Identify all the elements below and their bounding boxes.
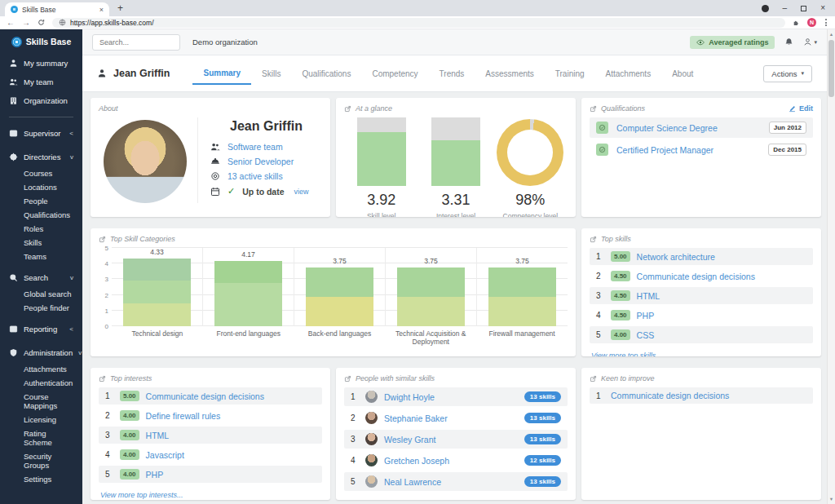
interest-link[interactable]: HTML xyxy=(146,431,170,440)
page-scrollbar[interactable]: ▲ ▼ xyxy=(827,29,835,504)
scroll-up-icon[interactable]: ▲ xyxy=(828,32,835,37)
skill-link[interactable]: PHP xyxy=(637,311,655,321)
card-title: Qualifications Edit xyxy=(590,104,813,113)
qualification-row: Computer Science Degree Jun 2012 xyxy=(590,117,813,138)
profile-tab[interactable]: Skills xyxy=(251,64,291,84)
sidebar-item[interactable]: Organization xyxy=(0,91,82,110)
keen-link[interactable]: Communicate design decisions xyxy=(611,391,729,400)
sidebar-subitem[interactable]: Global search xyxy=(0,287,82,301)
person-link[interactable]: Dwight Hoyle xyxy=(384,392,435,402)
sidebar-subitem[interactable]: Qualifications xyxy=(0,208,82,222)
notifications-bell-icon[interactable] xyxy=(784,38,793,46)
skill-link[interactable]: Network architecture xyxy=(637,252,715,262)
keen-to-improve-card: Keen to improve 1 Communicate design dec… xyxy=(581,368,821,500)
sidebar-subitem[interactable]: Skills xyxy=(0,236,82,250)
sidebar-item[interactable]: My summary xyxy=(0,54,82,73)
card-link-icon xyxy=(590,236,597,243)
interest-link[interactable]: PHP xyxy=(146,470,164,480)
sidebar-subitem[interactable]: Teams xyxy=(0,250,82,263)
sidebar-subitem[interactable]: Course Mappings xyxy=(0,390,82,413)
window-controls: – × xyxy=(762,4,835,12)
sidebar-subitem[interactable]: Courses xyxy=(0,166,82,180)
skill-link[interactable]: HTML xyxy=(637,291,660,301)
scrollbar-thumb[interactable] xyxy=(828,40,834,97)
organization-label: Demo organization xyxy=(192,38,258,46)
person-link[interactable]: Gretchen Joseph xyxy=(384,456,449,466)
team-link[interactable]: Software team xyxy=(228,142,283,152)
new-tab-button[interactable]: + xyxy=(117,2,123,14)
interest-link[interactable]: Define firewall rules xyxy=(146,411,221,421)
profile-tab[interactable]: Attachments xyxy=(595,64,662,84)
profile-tab[interactable]: Assessments xyxy=(475,64,544,84)
skill-link[interactable]: CSS xyxy=(637,330,655,340)
restore-button[interactable] xyxy=(801,6,806,11)
browser-toolbar: ← → https://app.skills-base.com/ N xyxy=(0,16,835,29)
active-skills-link[interactable]: 13 active skills xyxy=(228,171,283,181)
interest-link[interactable]: Communicate design decisions xyxy=(146,391,264,401)
tab-close-icon[interactable]: × xyxy=(99,6,104,14)
profile-tab[interactable]: Trends xyxy=(429,64,475,84)
interest-link[interactable]: Javascript xyxy=(146,450,184,460)
actions-button[interactable]: Actions ▾ xyxy=(763,65,812,82)
profile-tab[interactable]: About xyxy=(661,64,704,84)
brand-name: Skills Base xyxy=(26,37,71,46)
sidebar-section-header[interactable]: Directories v xyxy=(0,148,82,166)
minimize-button[interactable]: – xyxy=(783,4,788,12)
refresh-icon[interactable] xyxy=(38,19,45,26)
averaged-ratings-badge[interactable]: Averaged ratings xyxy=(690,36,775,49)
person-link[interactable]: Neal Lawrence xyxy=(384,477,441,487)
view-more-top-skills-link[interactable]: View more top skills... xyxy=(590,351,662,356)
sidebar-section-header[interactable]: Supervisor < xyxy=(0,124,82,143)
view-more-top-interests-link[interactable]: View more top interests... xyxy=(99,491,183,499)
sidebar-section-header[interactable]: Search v xyxy=(0,268,82,287)
sidebar-subitem[interactable]: Security Groups xyxy=(0,449,82,472)
search-input[interactable] xyxy=(92,34,180,51)
back-button[interactable]: ← xyxy=(7,19,15,27)
rank: 5 xyxy=(596,330,604,339)
sidebar-subitem[interactable]: Attachments xyxy=(0,362,82,376)
browser-profile-avatar[interactable]: N xyxy=(807,18,816,27)
browser-menu-icon[interactable] xyxy=(824,19,828,26)
forward-button[interactable]: → xyxy=(22,19,30,27)
chart-bar-group: 4.33 xyxy=(112,248,202,326)
role-link[interactable]: Senior Developer xyxy=(228,157,294,166)
sidebar-section-header[interactable]: Administration v xyxy=(0,343,82,362)
profile-tab[interactable]: Training xyxy=(545,64,595,84)
sidebar-subitem[interactable]: Roles xyxy=(0,222,82,236)
qualification-link[interactable]: Computer Science Degree xyxy=(616,123,761,133)
user-menu[interactable]: ▾ xyxy=(803,38,817,46)
profile-tab[interactable]: Summary xyxy=(192,63,251,85)
skill-row: 2 4.50 Communicate design decisions xyxy=(590,267,813,285)
extensions-puzzle-icon[interactable] xyxy=(793,19,800,26)
avatar xyxy=(365,433,378,445)
sidebar-section-header[interactable]: Reporting < xyxy=(0,320,82,338)
browser-tab[interactable]: Skills Base × xyxy=(5,2,109,16)
scroll-down-icon[interactable]: ▼ xyxy=(828,497,835,502)
close-button[interactable]: × xyxy=(820,4,825,12)
view-more-similar-people-link[interactable]: View more people with similar skills... xyxy=(344,499,466,500)
sidebar-subitem[interactable]: People finder xyxy=(0,301,82,315)
profile-tab[interactable]: Qualifications xyxy=(291,64,361,84)
sidebar-section: Search v Global search People finder xyxy=(0,268,82,315)
edit-qualifications-link[interactable]: Edit xyxy=(789,104,813,113)
person-link[interactable]: Wesley Grant xyxy=(384,435,435,444)
sidebar-subitem[interactable]: People xyxy=(0,194,82,208)
person-link[interactable]: Stephanie Baker xyxy=(384,413,448,423)
qualification-link[interactable]: Certified Project Manager xyxy=(616,145,760,155)
status-text: Up to date xyxy=(242,187,284,197)
sidebar-subitem[interactable]: Rating Scheme xyxy=(0,427,82,449)
brand[interactable]: Skills Base xyxy=(0,29,82,54)
people-icon xyxy=(9,77,18,86)
url-text: https://app.skills-base.com/ xyxy=(70,19,154,27)
sidebar-subitem[interactable]: Authentication xyxy=(0,376,82,390)
address-bar[interactable]: https://app.skills-base.com/ xyxy=(52,18,785,28)
skill-link[interactable]: Communicate design decisions xyxy=(637,272,755,281)
sidebar-subitem[interactable]: Licensing xyxy=(0,413,82,427)
sidebar-item[interactable]: My team xyxy=(0,73,82,91)
view-link[interactable]: view xyxy=(294,188,309,196)
top-interests-list: 1 5.00 Communicate design decisions 2 4.… xyxy=(99,387,322,483)
profile-tab[interactable]: Competency xyxy=(361,64,428,84)
sidebar-subitem[interactable]: Settings xyxy=(0,472,82,486)
titlebar-profile-icon[interactable] xyxy=(762,5,769,12)
sidebar-subitem[interactable]: Locations xyxy=(0,180,82,194)
